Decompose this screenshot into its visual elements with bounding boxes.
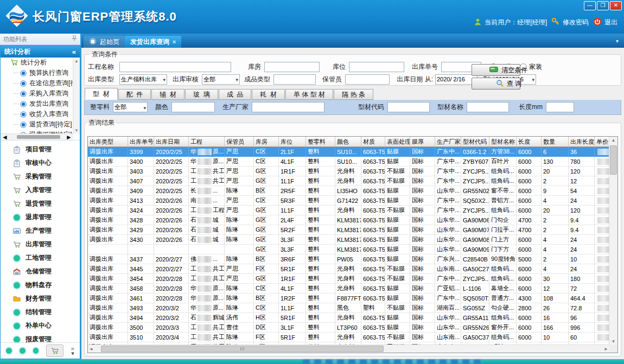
sidebar-item-生产管理[interactable]: 生产管理 xyxy=(1,224,80,238)
sidebar-item-审核中心[interactable]: 审核中心 xyxy=(1,156,80,170)
dot-icon[interactable] xyxy=(33,348,39,354)
table-row[interactable]: 调拨出库34942020/3/2石辉城汤伟H区5R1F整料光身料6063-T5贴… xyxy=(88,313,618,323)
close-tab-icon[interactable]: × xyxy=(173,39,176,45)
tab-home[interactable]: 起始页 xyxy=(84,36,125,48)
change-password-button[interactable]: 修改密码 xyxy=(551,17,589,28)
table-row[interactable]: 调拨出库34002020/2/25华原...严思C区4L1F整料SU10...6… xyxy=(88,157,618,167)
product-type-input[interactable] xyxy=(273,74,316,85)
keeper-input[interactable] xyxy=(345,74,390,85)
length-input[interactable] xyxy=(546,102,574,112)
material-tab-8[interactable]: 隔 热 条 xyxy=(334,89,373,100)
outbound-audit-select[interactable]: 全部 xyxy=(202,74,240,85)
column-header-出库日期[interactable]: 出库日期 xyxy=(154,137,189,147)
maximize-button[interactable]: ❐ xyxy=(597,1,609,10)
profile-code-input[interactable] xyxy=(387,102,430,112)
sidebar-item-入库管理[interactable]: 入库管理 xyxy=(1,183,80,197)
column-header-生产厂家[interactable]: 生产厂家 xyxy=(435,137,461,147)
sidebar-item-仓储管理[interactable]: 仓储管理 xyxy=(1,265,80,278)
table-row[interactable]: 调拨出库34372020/2/27佛...陈琳B区3R6F整料PW056063-… xyxy=(88,254,618,264)
chevron-more-icon[interactable]: »▾ xyxy=(71,346,74,356)
tab-list-caret-icon[interactable] xyxy=(616,38,619,44)
sidebar-item-退库管理[interactable]: 退库管理 xyxy=(1,210,80,224)
table-row[interactable]: 调拨出库35102020/3/4工共工程陈琳F区5R1F整料光身料6063-T5… xyxy=(88,333,618,342)
column-header-库房[interactable]: 库房 xyxy=(254,137,279,147)
tree-item-6[interactable]: 退货查询[待定] xyxy=(1,119,80,130)
column-header-出库类型[interactable]: 出库类型 xyxy=(88,137,128,147)
pin-icon[interactable] xyxy=(72,35,77,43)
tree-item-3[interactable]: 采购入库查询 xyxy=(1,88,80,99)
whole-piece-select[interactable]: 全部 xyxy=(113,102,148,112)
table-row[interactable]: 调拨出库34092020/2/25长...陈琳B区2R5F整料LI35HO606… xyxy=(88,186,618,196)
sidebar-item-补单中心[interactable]: 补单中心 xyxy=(1,319,80,333)
table-row[interactable]: 调拨出库34282020/2/26石城陈琳G区2L4F整料KLM38176063… xyxy=(88,215,618,225)
tree-item-2[interactable]: 在途信息查询[待 xyxy=(1,78,80,88)
close-button[interactable]: ✕ xyxy=(610,1,622,10)
color-input[interactable] xyxy=(171,102,215,112)
minimize-button[interactable]: — xyxy=(584,1,596,10)
table-row[interactable]: 调拨出库34242020/2/26工工程严思G区1L1F整料光身料6063-T5… xyxy=(88,206,618,215)
column-header-整零料[interactable]: 整零料 xyxy=(306,137,335,147)
collapse-icon[interactable] xyxy=(72,48,76,56)
table-row[interactable]: 调拨出库34302020/2/26石城陈琳G区3L3F整料KLM38176063… xyxy=(88,235,618,245)
sidebar-item-结转管理[interactable]: 结转管理 xyxy=(1,305,80,319)
column-header-出库长度[interactable]: 出库长度 xyxy=(569,137,595,147)
material-tab-5[interactable]: 成 品 xyxy=(219,89,252,100)
table-row[interactable]: 调拨出库34452020/2/27工共工程严思F区5R1F整料光身料6063-T… xyxy=(88,264,618,274)
table-row[interactable]: 调拨出库35002020/3/3工共工程曹佳D区3L1F整料LT3P606063… xyxy=(88,323,618,333)
column-header-表面处理[interactable]: 表面处理 xyxy=(385,137,410,147)
material-tab-3[interactable]: 辅 材 xyxy=(151,89,184,100)
warehouse-input[interactable] xyxy=(264,62,320,72)
location-input[interactable] xyxy=(349,62,404,72)
tree-vertical-scrollbar[interactable]: ▲▼ xyxy=(73,58,80,134)
material-tab-2[interactable]: 配 件 xyxy=(118,89,151,100)
sidebar-item-报废管理[interactable]: 报废管理 xyxy=(1,333,80,342)
logout-button[interactable]: 退出 xyxy=(593,17,617,28)
tree-item-4[interactable]: 发货出库查询 xyxy=(1,99,80,109)
column-header-型材名称[interactable]: 型材名称 xyxy=(489,137,517,147)
column-header-库位[interactable]: 库位 xyxy=(279,137,306,147)
column-header-材质[interactable]: 材质 xyxy=(361,137,385,147)
column-header-长度[interactable]: 长度 xyxy=(517,137,542,147)
table-row[interactable]: 调拨出库34132020/2/26南...严思C区5R3F整料G71422606… xyxy=(88,196,618,206)
dot-icon[interactable] xyxy=(6,348,12,354)
table-row[interactable]: 调拨出库34032020/2/25工共工程严思G区1R1F整料光身料6063-T… xyxy=(88,167,618,176)
manufacturer-input[interactable] xyxy=(252,102,324,112)
column-header-工程[interactable]: 工程 xyxy=(189,137,225,147)
column-header-保管员[interactable]: 保管员 xyxy=(225,137,254,147)
table-row[interactable]: 调拨出库34612020/2/28华原...陈琳B区1R2F整料F8877FT6… xyxy=(88,293,618,303)
sidebar-item-财务管理[interactable]: 财务管理 xyxy=(1,292,80,305)
material-tab-1[interactable]: 型 材 xyxy=(85,88,118,100)
tree-item-5[interactable]: 收货入库查询 xyxy=(1,109,80,119)
material-tab-6[interactable]: 耗 材 xyxy=(252,89,285,100)
column-header-膜厚[interactable]: 膜厚 xyxy=(410,137,435,147)
sidebar-item-退货管理[interactable]: 退货管理 xyxy=(1,197,80,210)
column-header-数量[interactable]: 数量 xyxy=(542,137,569,147)
search-button[interactable]: 查 询 xyxy=(472,78,520,90)
profile-name-input[interactable] xyxy=(467,102,509,112)
table-row[interactable]: 调拨出库34292020/2/26石城陈琳G区5R2F整料KLM38176063… xyxy=(88,225,618,235)
tree-root[interactable]: 统计分析 xyxy=(1,58,80,68)
outbound-type-select[interactable]: 生产领料出库 xyxy=(119,74,167,85)
sidebar-item-物料盘存[interactable]: 物料盘存 xyxy=(1,278,80,292)
material-tab-7[interactable]: 单 体 型 材 xyxy=(285,89,333,100)
table-row[interactable]: 调拨出库34932020/3/2华原...陈琳C区1L1F整料黑色塑料不贴膜国标… xyxy=(88,303,618,313)
column-header-型材代码[interactable]: 型材代码 xyxy=(461,137,489,147)
project-name-input[interactable] xyxy=(119,62,231,72)
column-header-颜色[interactable]: 颜色 xyxy=(335,137,361,147)
grid-horizontal-scrollbar[interactable]: ◄► xyxy=(88,344,609,353)
table-row[interactable]: G区3L3F整料KLM38176063-T5贴膜国标山东华...GA90M09.… xyxy=(88,245,618,254)
sidebar-item-项目管理[interactable]: 项目管理 xyxy=(1,143,80,156)
sidebar-item-工地管理[interactable]: 工地管理 xyxy=(1,251,80,265)
tree-item-1[interactable]: 预算执行查询 xyxy=(1,68,80,78)
cart-tool-button[interactable] xyxy=(46,344,63,357)
grid-vertical-scrollbar[interactable]: ▲▼ xyxy=(609,137,617,345)
sidebar-item-采购管理[interactable]: 采购管理 xyxy=(1,170,80,183)
tree-horizontal-scrollbar[interactable]: ◄► xyxy=(1,133,73,140)
material-tab-4[interactable]: 玻 璃 xyxy=(185,89,218,100)
column-header-出库单号[interactable]: 出库单号 xyxy=(128,137,154,147)
table-row[interactable]: 调拨出库34072020/2/25工共工程严思G区1L1F整料光身料6063-T… xyxy=(88,176,618,186)
sidebar-item-出库管理[interactable]: 出库管理 xyxy=(1,238,80,251)
table-row[interactable]: 调拨出库33992020/2/25华原...严思C区2L1F整料SU10...6… xyxy=(88,147,618,157)
table-row[interactable]: 调拨出库34582020/2/28华原...陈琳C区4L1F整料光身料6063-… xyxy=(88,284,618,293)
dot-icon[interactable] xyxy=(20,348,26,354)
